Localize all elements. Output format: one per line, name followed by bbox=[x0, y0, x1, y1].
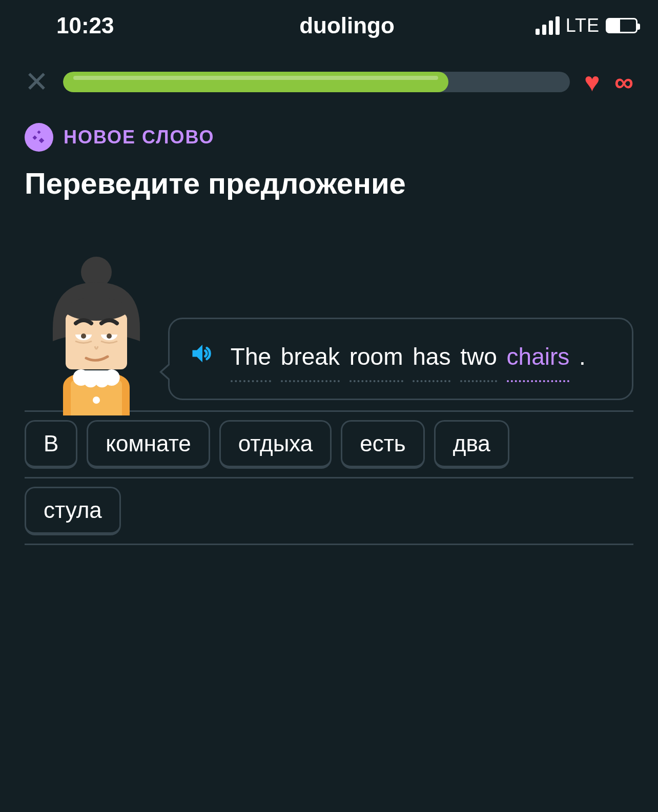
speech-bubble: The break room has two chairs . bbox=[168, 318, 633, 400]
svg-point-9 bbox=[81, 334, 86, 339]
answer-row-2[interactable]: стула bbox=[25, 478, 633, 545]
sentence-word[interactable]: The bbox=[231, 336, 271, 382]
sentence-text[interactable]: The break room has two chairs bbox=[231, 343, 579, 370]
answer-row-1[interactable]: Вкомнатеотдыхаестьдва bbox=[25, 410, 633, 478]
word-chip[interactable]: комнате bbox=[87, 420, 210, 469]
sentence-word[interactable]: break bbox=[281, 336, 340, 382]
character-avatar bbox=[25, 252, 168, 415]
infinity-icon: ∞ bbox=[614, 67, 633, 97]
svg-point-10 bbox=[107, 334, 112, 339]
battery-icon bbox=[606, 18, 638, 33]
sentence-trailing: . bbox=[579, 336, 586, 378]
word-chip[interactable]: два bbox=[434, 420, 509, 469]
sentence-word[interactable]: room bbox=[349, 336, 403, 382]
close-button[interactable]: ✕ bbox=[25, 68, 49, 96]
progress-row: ✕ ♥ ∞ bbox=[0, 51, 658, 108]
exercise-prompt: Переведите предложение bbox=[0, 152, 658, 200]
new-word-badge: НОВОЕ СЛОВО bbox=[0, 108, 658, 152]
progress-bar bbox=[63, 72, 570, 92]
status-time: 10:23 bbox=[20, 13, 250, 38]
sparkle-icon bbox=[25, 123, 53, 152]
word-chip[interactable]: отдыха bbox=[219, 420, 332, 469]
word-chip[interactable]: стула bbox=[25, 487, 121, 535]
battery-fill bbox=[607, 19, 620, 32]
svg-rect-1 bbox=[32, 135, 37, 140]
svg-rect-0 bbox=[37, 130, 40, 134]
sentence-word[interactable]: chairs bbox=[507, 336, 570, 382]
speaker-icon[interactable] bbox=[189, 338, 216, 380]
network-label: LTE bbox=[566, 15, 600, 36]
status-right: LTE bbox=[444, 15, 638, 36]
answer-area: Вкомнатеотдыхаестьдва стула bbox=[0, 410, 658, 545]
svg-rect-2 bbox=[39, 138, 45, 143]
progress-fill bbox=[63, 72, 448, 92]
svg-point-11 bbox=[93, 397, 100, 404]
word-chip[interactable]: В bbox=[25, 420, 77, 469]
heart-icon[interactable]: ♥ bbox=[584, 67, 600, 97]
badge-label: НОВОЕ СЛОВО bbox=[64, 127, 215, 148]
status-bar: 10:23 duolingo LTE bbox=[0, 0, 658, 51]
app-title: duolingo bbox=[250, 13, 444, 38]
sentence-word[interactable]: has bbox=[413, 336, 450, 382]
word-chip[interactable]: есть bbox=[341, 420, 425, 469]
sentence-word[interactable]: two bbox=[460, 336, 497, 382]
sentence-area: The break room has two chairs . bbox=[0, 200, 658, 415]
signal-icon bbox=[536, 16, 560, 35]
